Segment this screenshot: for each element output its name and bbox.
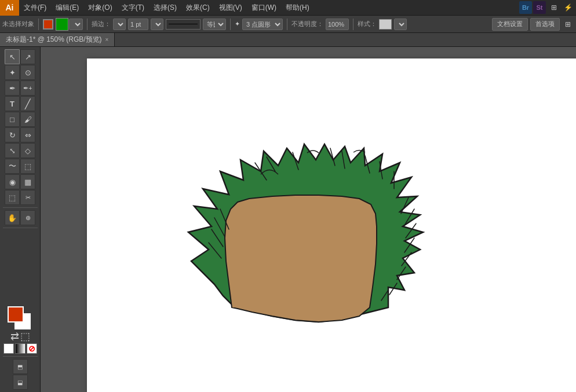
tool-sep-2 [3,228,38,228]
tool-sep-1 [3,207,38,208]
warp-tool[interactable]: 〜 [5,159,20,174]
stock-icon[interactable]: St [533,1,546,14]
app-logo: Ai [0,0,19,16]
tool-row-9: ◉ ▦ [5,174,35,189]
scale-tool[interactable]: ⤡ [5,143,20,158]
change-screen-row: ⬓ [13,375,28,390]
menu-items: 文件(F) 编辑(E) 对象(O) 文字(T) 选择(S) 效果(C) 视图(V… [19,0,314,15]
tool-row-3: ✒ ✒+ [5,80,35,96]
pen-tool[interactable]: ✒ [5,80,20,96]
point-shape-select[interactable]: 3 点圆形 [242,19,283,30]
menu-file[interactable]: 文件(F) [19,0,51,15]
style-select[interactable]: ▼ [394,19,407,30]
menu-edit[interactable]: 编辑(E) [51,0,83,15]
tool-row-6: ↻ ⇔ [5,127,35,142]
interpolate-label: 插边： [92,20,111,28]
workspace-icon[interactable]: ⊞ [548,2,560,13]
small-color-row: ⇄ ⬚ [10,331,30,342]
slice-tool[interactable]: ✂ [20,190,35,205]
hand-tool[interactable]: ✋ [5,210,20,225]
doc-settings-btn[interactable]: 文档设置 [492,18,528,31]
sep3 [230,19,231,30]
sep2 [87,19,88,30]
color-swatch[interactable] [3,343,14,354]
opacity-label: 不透明度： [291,20,323,28]
fill-color-swatch[interactable] [56,18,68,31]
rotate-tool[interactable]: ↻ [5,127,20,142]
free-transform-tool[interactable]: ⬚ [20,159,35,174]
document-tab[interactable]: 未标题-1* @ 150% (RGB/预览) × [0,33,115,46]
tab-close-btn[interactable]: × [105,36,109,43]
color-tools: ⇄ ⬚ ⊘ [3,306,37,354]
preferences-btn[interactable]: 首选项 [530,18,560,31]
stroke-color-swatch[interactable] [43,19,53,30]
interpolate-select[interactable]: ◇ [113,19,126,30]
menu-window[interactable]: 窗口(W) [247,0,281,15]
select-tool[interactable]: ↖ [5,49,20,64]
menu-select[interactable]: 选择(S) [149,0,181,15]
text-tool[interactable]: T [5,96,20,111]
opacity-input[interactable] [326,19,349,30]
fill-swatch[interactable] [8,306,24,323]
change-screen-btn[interactable]: ⬓ [13,375,28,390]
none-swatch[interactable]: ⊘ [27,343,37,354]
toolbox: ↖ ↗ ✦ ⊙ ✒ ✒+ T ╱ □ 🖌 ↻ ⇔ ⤡ ◇ 〜 ⬚ [0,47,41,392]
color-mode-row: ⊘ [3,343,37,354]
stroke-line [169,24,198,24]
fill-type-select[interactable]: ▼ [69,19,83,30]
sep4 [287,19,287,30]
tool-row-2: ✦ ⊙ [5,65,35,80]
stroke-width-select[interactable]: ▼ [151,19,163,30]
menu-effect[interactable]: 效果(C) [181,0,214,15]
tool-row-4: T ╱ [5,96,35,111]
menu-type[interactable]: 文字(T) [117,0,149,15]
gradient-swatch[interactable] [15,343,25,354]
sep5 [353,19,353,30]
direct-select-tool[interactable]: ↗ [20,49,35,64]
main-area: ↖ ↗ ✦ ⊙ ✒ ✒+ T ╱ □ 🖌 ↻ ⇔ ⤡ ◇ 〜 ⬚ [0,47,576,392]
sep1 [38,19,39,30]
tool-row-5: □ 🖌 [5,112,35,127]
tool-row-1: ↖ ↗ [5,49,35,64]
swap-colors-btn[interactable]: ⇄ [10,331,19,342]
shear-tool[interactable]: ◇ [20,143,35,158]
drawing-mode-row: ⬒ [13,359,28,374]
line-tool[interactable]: ╱ [20,96,35,111]
toolbar: 未选择对象 ▼ 插边： ◇ 1 pt ▼ 等比 ✦ 3 点圆形 不透明度： 样式… [0,16,576,33]
add-anchor-tool[interactable]: ✒+ [20,80,35,96]
tool-row-10: ⬚ ✂ [5,190,35,205]
menu-help[interactable]: 帮助(H) [281,0,314,15]
paintbrush-tool[interactable]: 🖌 [20,112,35,127]
magic-wand-tool[interactable]: ✦ [5,65,20,80]
reflect-tool[interactable]: ⇔ [20,127,35,142]
extras-icon[interactable]: ⚡ [562,2,574,13]
artwork-svg: Br [87,58,576,392]
style-swatch[interactable] [379,19,392,30]
default-colors-btn[interactable]: ⬚ [20,331,30,342]
tool-row-7: ⤡ ◇ [5,143,35,158]
fill-stroke-swatches [8,306,33,329]
tab-bar: 未标题-1* @ 150% (RGB/预览) × [0,33,576,47]
toolbar-extra-icon[interactable]: ⊞ [562,19,574,30]
tab-title: 未标题-1* @ 150% (RGB/预览) [6,35,102,45]
stroke-width-input[interactable]: 1 pt [128,19,148,30]
no-selection-label: 未选择对象 [2,20,34,28]
artboard-tool[interactable]: ⬚ [5,190,20,205]
stroke-preview [166,19,200,30]
rectangle-tool[interactable]: □ [5,112,20,127]
menubar-right: Br St ⊞ ⚡ [519,1,576,14]
canvas-area: Br [41,47,576,392]
tool-row-11: ✋ ⊕ [5,210,35,225]
menu-view[interactable]: 视图(V) [214,0,247,15]
tool-row-8: 〜 ⬚ [5,159,35,174]
column-graph-tool[interactable]: ▦ [20,174,35,189]
lasso-tool[interactable]: ⊙ [20,65,35,80]
zoom-tool[interactable]: ⊕ [20,210,35,225]
menu-object[interactable]: 对象(O) [83,0,116,15]
draw-normal-btn[interactable]: ⬒ [13,359,28,374]
menu-bar: Ai 文件(F) 编辑(E) 对象(O) 文字(T) 选择(S) 效果(C) 视… [0,0,576,16]
symbol-spray-tool[interactable]: ◉ [5,174,20,189]
hair-group: Br [188,144,512,392]
stroke-type-select[interactable]: 等比 [203,19,226,30]
bridge-icon[interactable]: Br [519,1,532,14]
